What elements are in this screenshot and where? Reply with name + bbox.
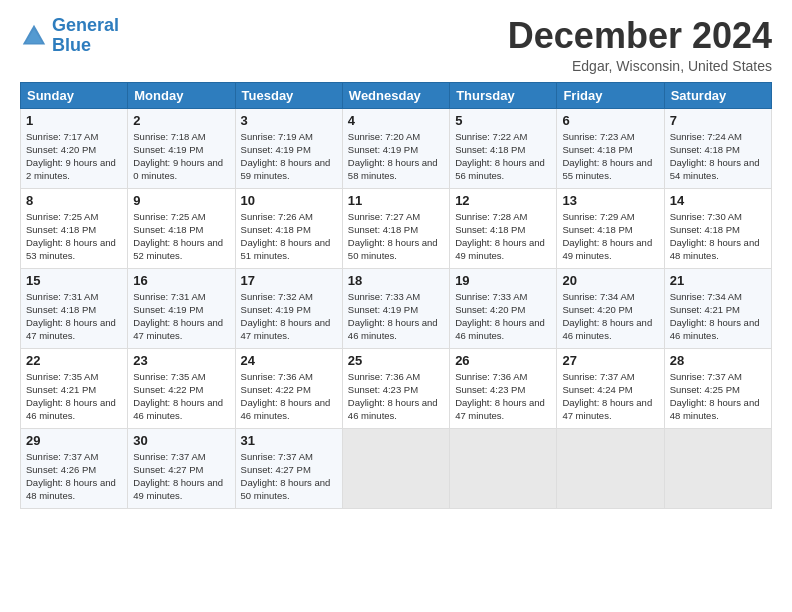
table-row: 30 Sunrise: 7:37 AMSunset: 4:27 PMDaylig… bbox=[128, 428, 235, 508]
table-row: 24 Sunrise: 7:36 AMSunset: 4:22 PMDaylig… bbox=[235, 348, 342, 428]
day-info: Sunrise: 7:20 AMSunset: 4:19 PMDaylight:… bbox=[348, 130, 444, 183]
day-number: 4 bbox=[348, 113, 444, 128]
day-number: 12 bbox=[455, 193, 551, 208]
day-info: Sunrise: 7:32 AMSunset: 4:19 PMDaylight:… bbox=[241, 290, 337, 343]
col-saturday: Saturday bbox=[664, 82, 771, 108]
calendar-week-2: 8 Sunrise: 7:25 AMSunset: 4:18 PMDayligh… bbox=[21, 188, 772, 268]
col-friday: Friday bbox=[557, 82, 664, 108]
location: Edgar, Wisconsin, United States bbox=[508, 58, 772, 74]
logo-text: General Blue bbox=[52, 16, 119, 56]
day-number: 10 bbox=[241, 193, 337, 208]
day-number: 23 bbox=[133, 353, 229, 368]
day-number: 17 bbox=[241, 273, 337, 288]
day-info: Sunrise: 7:30 AMSunset: 4:18 PMDaylight:… bbox=[670, 210, 766, 263]
calendar-week-5: 29 Sunrise: 7:37 AMSunset: 4:26 PMDaylig… bbox=[21, 428, 772, 508]
table-row: 11 Sunrise: 7:27 AMSunset: 4:18 PMDaylig… bbox=[342, 188, 449, 268]
table-row: 25 Sunrise: 7:36 AMSunset: 4:23 PMDaylig… bbox=[342, 348, 449, 428]
day-number: 1 bbox=[26, 113, 122, 128]
day-info: Sunrise: 7:31 AMSunset: 4:18 PMDaylight:… bbox=[26, 290, 122, 343]
day-number: 7 bbox=[670, 113, 766, 128]
header-row: Sunday Monday Tuesday Wednesday Thursday… bbox=[21, 82, 772, 108]
day-info: Sunrise: 7:36 AMSunset: 4:22 PMDaylight:… bbox=[241, 370, 337, 423]
table-row: 31 Sunrise: 7:37 AMSunset: 4:27 PMDaylig… bbox=[235, 428, 342, 508]
table-row: 28 Sunrise: 7:37 AMSunset: 4:25 PMDaylig… bbox=[664, 348, 771, 428]
day-number: 25 bbox=[348, 353, 444, 368]
calendar-table: Sunday Monday Tuesday Wednesday Thursday… bbox=[20, 82, 772, 509]
table-row: 20 Sunrise: 7:34 AMSunset: 4:20 PMDaylig… bbox=[557, 268, 664, 348]
day-number: 22 bbox=[26, 353, 122, 368]
table-row: 10 Sunrise: 7:26 AMSunset: 4:18 PMDaylig… bbox=[235, 188, 342, 268]
table-row: 4 Sunrise: 7:20 AMSunset: 4:19 PMDayligh… bbox=[342, 108, 449, 188]
day-number: 21 bbox=[670, 273, 766, 288]
day-number: 11 bbox=[348, 193, 444, 208]
day-info: Sunrise: 7:23 AMSunset: 4:18 PMDaylight:… bbox=[562, 130, 658, 183]
day-info: Sunrise: 7:34 AMSunset: 4:21 PMDaylight:… bbox=[670, 290, 766, 343]
col-thursday: Thursday bbox=[450, 82, 557, 108]
logo: General Blue bbox=[20, 16, 119, 56]
logo-line2: Blue bbox=[52, 35, 91, 55]
table-row bbox=[664, 428, 771, 508]
header: General Blue December 2024 Edgar, Wiscon… bbox=[20, 16, 772, 74]
day-info: Sunrise: 7:36 AMSunset: 4:23 PMDaylight:… bbox=[455, 370, 551, 423]
day-number: 28 bbox=[670, 353, 766, 368]
col-monday: Monday bbox=[128, 82, 235, 108]
day-info: Sunrise: 7:35 AMSunset: 4:22 PMDaylight:… bbox=[133, 370, 229, 423]
day-info: Sunrise: 7:35 AMSunset: 4:21 PMDaylight:… bbox=[26, 370, 122, 423]
day-info: Sunrise: 7:19 AMSunset: 4:19 PMDaylight:… bbox=[241, 130, 337, 183]
day-info: Sunrise: 7:37 AMSunset: 4:25 PMDaylight:… bbox=[670, 370, 766, 423]
day-info: Sunrise: 7:33 AMSunset: 4:20 PMDaylight:… bbox=[455, 290, 551, 343]
day-number: 13 bbox=[562, 193, 658, 208]
title-block: December 2024 Edgar, Wisconsin, United S… bbox=[508, 16, 772, 74]
day-number: 26 bbox=[455, 353, 551, 368]
day-number: 9 bbox=[133, 193, 229, 208]
table-row: 22 Sunrise: 7:35 AMSunset: 4:21 PMDaylig… bbox=[21, 348, 128, 428]
table-row: 27 Sunrise: 7:37 AMSunset: 4:24 PMDaylig… bbox=[557, 348, 664, 428]
table-row: 13 Sunrise: 7:29 AMSunset: 4:18 PMDaylig… bbox=[557, 188, 664, 268]
day-info: Sunrise: 7:37 AMSunset: 4:26 PMDaylight:… bbox=[26, 450, 122, 503]
col-wednesday: Wednesday bbox=[342, 82, 449, 108]
calendar-week-1: 1 Sunrise: 7:17 AMSunset: 4:20 PMDayligh… bbox=[21, 108, 772, 188]
table-row: 14 Sunrise: 7:30 AMSunset: 4:18 PMDaylig… bbox=[664, 188, 771, 268]
day-info: Sunrise: 7:17 AMSunset: 4:20 PMDaylight:… bbox=[26, 130, 122, 183]
table-row: 19 Sunrise: 7:33 AMSunset: 4:20 PMDaylig… bbox=[450, 268, 557, 348]
day-info: Sunrise: 7:27 AMSunset: 4:18 PMDaylight:… bbox=[348, 210, 444, 263]
day-info: Sunrise: 7:25 AMSunset: 4:18 PMDaylight:… bbox=[133, 210, 229, 263]
calendar-week-4: 22 Sunrise: 7:35 AMSunset: 4:21 PMDaylig… bbox=[21, 348, 772, 428]
table-row: 1 Sunrise: 7:17 AMSunset: 4:20 PMDayligh… bbox=[21, 108, 128, 188]
table-row: 5 Sunrise: 7:22 AMSunset: 4:18 PMDayligh… bbox=[450, 108, 557, 188]
table-row: 23 Sunrise: 7:35 AMSunset: 4:22 PMDaylig… bbox=[128, 348, 235, 428]
table-row: 12 Sunrise: 7:28 AMSunset: 4:18 PMDaylig… bbox=[450, 188, 557, 268]
day-number: 19 bbox=[455, 273, 551, 288]
day-number: 14 bbox=[670, 193, 766, 208]
table-row: 2 Sunrise: 7:18 AMSunset: 4:19 PMDayligh… bbox=[128, 108, 235, 188]
table-row bbox=[450, 428, 557, 508]
day-number: 18 bbox=[348, 273, 444, 288]
table-row: 16 Sunrise: 7:31 AMSunset: 4:19 PMDaylig… bbox=[128, 268, 235, 348]
table-row: 17 Sunrise: 7:32 AMSunset: 4:19 PMDaylig… bbox=[235, 268, 342, 348]
table-row: 29 Sunrise: 7:37 AMSunset: 4:26 PMDaylig… bbox=[21, 428, 128, 508]
day-number: 3 bbox=[241, 113, 337, 128]
logo-icon bbox=[20, 22, 48, 50]
day-info: Sunrise: 7:31 AMSunset: 4:19 PMDaylight:… bbox=[133, 290, 229, 343]
day-info: Sunrise: 7:37 AMSunset: 4:27 PMDaylight:… bbox=[133, 450, 229, 503]
day-number: 30 bbox=[133, 433, 229, 448]
page-container: General Blue December 2024 Edgar, Wiscon… bbox=[0, 0, 792, 519]
day-number: 2 bbox=[133, 113, 229, 128]
day-number: 31 bbox=[241, 433, 337, 448]
day-number: 5 bbox=[455, 113, 551, 128]
day-info: Sunrise: 7:25 AMSunset: 4:18 PMDaylight:… bbox=[26, 210, 122, 263]
day-number: 29 bbox=[26, 433, 122, 448]
table-row: 6 Sunrise: 7:23 AMSunset: 4:18 PMDayligh… bbox=[557, 108, 664, 188]
table-row: 18 Sunrise: 7:33 AMSunset: 4:19 PMDaylig… bbox=[342, 268, 449, 348]
day-info: Sunrise: 7:18 AMSunset: 4:19 PMDaylight:… bbox=[133, 130, 229, 183]
table-row: 8 Sunrise: 7:25 AMSunset: 4:18 PMDayligh… bbox=[21, 188, 128, 268]
table-row: 21 Sunrise: 7:34 AMSunset: 4:21 PMDaylig… bbox=[664, 268, 771, 348]
table-row: 7 Sunrise: 7:24 AMSunset: 4:18 PMDayligh… bbox=[664, 108, 771, 188]
month-title: December 2024 bbox=[508, 16, 772, 56]
day-info: Sunrise: 7:24 AMSunset: 4:18 PMDaylight:… bbox=[670, 130, 766, 183]
day-number: 20 bbox=[562, 273, 658, 288]
table-row: 9 Sunrise: 7:25 AMSunset: 4:18 PMDayligh… bbox=[128, 188, 235, 268]
day-info: Sunrise: 7:37 AMSunset: 4:24 PMDaylight:… bbox=[562, 370, 658, 423]
day-info: Sunrise: 7:33 AMSunset: 4:19 PMDaylight:… bbox=[348, 290, 444, 343]
day-number: 8 bbox=[26, 193, 122, 208]
